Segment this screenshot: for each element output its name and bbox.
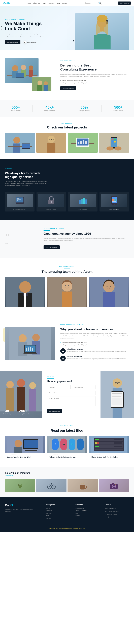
svg-point-46 bbox=[106, 146, 113, 150]
stat-label-3: Average Efficiency bbox=[79, 110, 90, 112]
agency-discover-button[interactable]: DISCOVER MORE bbox=[44, 246, 60, 249]
projects-section: OUR PROJECTS Check our latest projects bbox=[0, 116, 134, 159]
footer-nav-contact[interactable]: Contact bbox=[46, 517, 71, 519]
svg-rect-73 bbox=[23, 293, 24, 296]
hero-person-svg bbox=[87, 14, 117, 49]
blog-grid: January 14, 2021 Does My Website Need An… bbox=[5, 436, 129, 460]
footer-nav-about[interactable]: About Us bbox=[46, 510, 71, 511]
why-service-ai-text: Artificial Intelligence Lorem ipsum dolo… bbox=[67, 356, 127, 360]
message-textarea[interactable] bbox=[47, 396, 95, 406]
svg-rect-94 bbox=[30, 347, 31, 351]
instagram-image-2[interactable] bbox=[36, 479, 67, 492]
cta-button[interactable]: GET A QUOTE bbox=[118, 2, 131, 5]
instagram-handle[interactable]: Follow Azent → bbox=[5, 475, 129, 476]
service-card-4[interactable]: UI/UX Designing bbox=[99, 192, 129, 212]
footer-nav-home[interactable]: Home bbox=[46, 507, 71, 509]
footer-nav-blog[interactable]: Blog bbox=[46, 515, 71, 516]
svg-rect-143 bbox=[97, 446, 99, 447]
svg-rect-145 bbox=[95, 448, 123, 450]
nav-about[interactable]: About Us bbox=[33, 2, 40, 4]
dot-1 bbox=[1, 26, 2, 27]
svg-point-86 bbox=[19, 334, 27, 342]
blog-date-1: January 14, 2021 bbox=[7, 454, 43, 456]
badge-num-1: 38+ bbox=[3, 409, 13, 413]
svg-rect-136 bbox=[114, 439, 122, 440]
svg-rect-150 bbox=[80, 485, 85, 489]
nav-blog[interactable]: Blog bbox=[57, 2, 60, 4]
badge-label-2: Successful digital innovations bbox=[16, 413, 31, 415]
service-card-1[interactable]: Product Development bbox=[5, 192, 35, 212]
explore-button[interactable]: EXPLORE MORE bbox=[5, 40, 21, 44]
check-item-2: ✓ Always aenean magna sed facilisis, ege… bbox=[60, 82, 129, 84]
svg-point-20 bbox=[14, 137, 20, 144]
svg-point-70 bbox=[19, 281, 31, 293]
blog-image-3 bbox=[89, 436, 129, 453]
footer-address-1: 60-49 Road 11378 bbox=[105, 507, 129, 509]
svg-text:🐦: 🐦 bbox=[71, 443, 73, 445]
blog-post-3[interactable]: January 10, 2021 What is Holding Back Th… bbox=[89, 436, 129, 460]
svg-rect-101 bbox=[17, 387, 25, 412]
service-card-3[interactable]: Data Analytics bbox=[68, 192, 97, 212]
discover-more-button[interactable]: DISCOVER MORE bbox=[60, 86, 76, 90]
project-card-1[interactable] bbox=[5, 133, 35, 153]
project-card-4[interactable] bbox=[99, 133, 129, 153]
svg-rect-85 bbox=[9, 326, 51, 360]
brand-logo[interactable]: CraftX bbox=[3, 2, 10, 4]
team-member-1[interactable] bbox=[5, 277, 45, 307]
contact-divider bbox=[47, 378, 54, 378]
hero-content: CRAFTY CREATIVE AGENCY We Make Things Lo… bbox=[5, 18, 75, 50]
footer-contact-title: Contact bbox=[105, 504, 129, 506]
svg-point-102 bbox=[29, 382, 36, 389]
svg-text:in: in bbox=[80, 443, 81, 445]
why-description: Lorem Ipsum is simply dummy text of the … bbox=[60, 333, 129, 339]
blog-post-1[interactable]: January 14, 2021 Does My Website Need An… bbox=[5, 436, 45, 460]
hero-title: We Make Things Look Good bbox=[5, 21, 75, 32]
team-member-2[interactable] bbox=[47, 277, 87, 307]
instagram-image-4[interactable] bbox=[99, 479, 129, 492]
service-name-4: UI/UX Designing bbox=[101, 208, 127, 210]
services-description: Lorem ipsum dolor sit amet, consectetur … bbox=[5, 180, 49, 187]
svg-point-88 bbox=[32, 334, 40, 341]
watch-button[interactable]: ▶ Watch Discovery bbox=[22, 40, 39, 45]
team-member-3[interactable] bbox=[89, 277, 129, 307]
svg-rect-66 bbox=[114, 199, 116, 201]
nav-services[interactable]: Services bbox=[49, 2, 54, 4]
footer-nav-services[interactable]: Services bbox=[46, 512, 71, 514]
blog-post-title-1: Does My Website Need Any Blog? bbox=[7, 456, 43, 458]
agency-section: " Since AN INSPIRATIONAL AGENCY Great cr… bbox=[0, 220, 134, 258]
footer-customer-faq[interactable]: FAQ bbox=[76, 512, 100, 514]
delivering-images bbox=[5, 58, 55, 92]
footer-brand-description: Medi sadips tet tentatur! U tondi tto il… bbox=[5, 508, 39, 512]
search-input[interactable] bbox=[84, 2, 97, 4]
full-name-input[interactable] bbox=[47, 385, 71, 390]
svg-rect-67 bbox=[112, 201, 116, 202]
send-message-button[interactable]: SEND MESSAGE bbox=[47, 409, 62, 413]
stat-num-1: 560+ bbox=[11, 105, 21, 110]
phone-input[interactable] bbox=[72, 385, 95, 390]
instagram-image-1[interactable] bbox=[5, 479, 35, 492]
nav-pages[interactable]: Pages bbox=[42, 2, 46, 4]
project-card-2[interactable] bbox=[36, 133, 66, 153]
blog-date-2: January 12, 2021 bbox=[49, 454, 85, 456]
check-icon-2: ✓ bbox=[60, 82, 61, 84]
instagram-image-3[interactable] bbox=[68, 479, 98, 492]
footer-customer-support[interactable]: Support bbox=[76, 515, 100, 516]
services-tag: SERVICES bbox=[5, 168, 49, 169]
instagram-section: Follow us on Instgram Follow Azent → bbox=[0, 466, 134, 497]
svg-rect-16 bbox=[37, 85, 42, 91]
email-input[interactable] bbox=[47, 391, 95, 395]
nav-contact[interactable]: Contact bbox=[62, 2, 67, 4]
service-card-2[interactable]: Security System bbox=[37, 192, 66, 212]
stat-active-members: 560+ Active Members bbox=[11, 105, 21, 112]
footer-customer-terms[interactable]: Terms & Conditions bbox=[76, 510, 100, 511]
svg-rect-59 bbox=[81, 199, 83, 204]
blog-post-2[interactable]: f 📷 🐦 in January 12, 2021 A Simple Socia… bbox=[47, 436, 87, 460]
project-card-3[interactable] bbox=[68, 133, 98, 153]
badge-num-2: 256+ bbox=[16, 409, 31, 413]
footer-customer-privacy[interactable]: Privacy Policy bbox=[76, 507, 100, 509]
hero-image-area: ↗ bbox=[75, 13, 129, 50]
search-icon[interactable]: 🔍 bbox=[98, 2, 102, 5]
why-check-icon-2: ✓ bbox=[60, 344, 61, 346]
nav-home[interactable]: Home bbox=[27, 2, 31, 4]
badge-label-1: Senior developers bbox=[3, 413, 13, 415]
